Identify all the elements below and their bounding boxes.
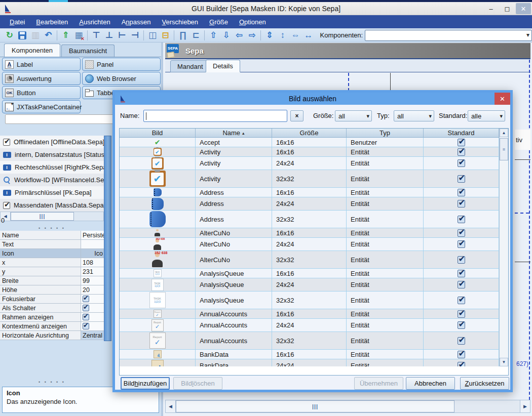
type-filter-select[interactable]: all ▾ xyxy=(394,110,434,121)
checkbox-checked-icon[interactable] xyxy=(83,323,89,329)
table-row[interactable]: ✔Accept16x16Benutzer xyxy=(120,138,508,147)
column-header-standard[interactable]: Standard xyxy=(424,129,499,137)
table-row[interactable]: Address16x16Entität xyxy=(120,188,508,197)
dialog-titlebar[interactable]: Bild auswählen ✕ xyxy=(115,93,510,105)
property-value[interactable] xyxy=(81,240,104,248)
palette-button-auswertung[interactable]: Auswertung xyxy=(2,72,81,85)
property-value[interactable]: 231 xyxy=(81,267,104,276)
tab-komponenten[interactable]: Komponenten xyxy=(4,44,60,57)
table-row[interactable]: ✔Activity24x24Entität xyxy=(120,157,508,170)
menu-item-optionen[interactable]: Optionen xyxy=(235,17,271,27)
resize-shorter-icon[interactable]: ↕ xyxy=(276,29,289,41)
standard-checkbox-checked[interactable] xyxy=(458,200,465,207)
checkbox-checked-icon[interactable] xyxy=(83,314,89,320)
standard-checkbox-checked[interactable] xyxy=(458,256,465,264)
standard-checkbox-checked[interactable] xyxy=(458,270,465,277)
standard-checkbox-checked[interactable] xyxy=(458,216,465,223)
column-header-größe[interactable]: Größe xyxy=(272,129,347,137)
list-item[interactable]: Massendaten [MassData.Sepa] xyxy=(0,199,104,212)
scroll-thumb[interactable]: ≡ xyxy=(500,138,508,160)
standard-checkbox-checked[interactable] xyxy=(458,240,465,248)
property-value[interactable]: 99 xyxy=(81,276,104,285)
distribute-horizontal-icon[interactable]: ◫ xyxy=(146,29,159,41)
list-item[interactable]: Rechteschlüssel [RightPk.Sepa] xyxy=(0,161,104,174)
splitter-handle[interactable]: • • • • • xyxy=(0,380,104,385)
align-bottom-icon[interactable]: ⊥ xyxy=(103,29,116,41)
move-down-icon[interactable]: ⇩ xyxy=(220,29,233,41)
standard-checkbox-checked[interactable] xyxy=(458,321,465,329)
scroll-thumb[interactable]: ||| xyxy=(176,400,454,412)
property-value[interactable]: 108 xyxy=(81,258,104,267)
tab-baumansicht[interactable]: Baumansicht xyxy=(61,45,115,57)
menu-item-anpassen[interactable]: Anpassen xyxy=(117,17,156,27)
list-item[interactable]: Offlinedaten [OfflineData.Sepa] xyxy=(0,136,104,148)
clear-filter-button[interactable]: × xyxy=(290,110,303,121)
name-filter-input[interactable] xyxy=(143,110,287,122)
copy-icon[interactable]: ▥ xyxy=(29,29,42,41)
table-row[interactable]: Report✓AnnualAccounts16x16Entität xyxy=(120,309,508,319)
table-row[interactable]: TASK1|2|3AnalysisQueue24x24Entität xyxy=(120,278,508,292)
standard-checkbox-checked[interactable] xyxy=(458,139,465,146)
palette-button-button[interactable]: OKButton xyxy=(2,86,81,99)
standard-checkbox-checked[interactable] xyxy=(458,189,465,196)
splitter-handle[interactable]: • • • • • xyxy=(0,226,104,231)
table-row[interactable]: 352 638AlterCuNo24x24Entität xyxy=(120,238,508,251)
maximize-button[interactable]: ◻ xyxy=(500,3,515,14)
standard-checkbox-checked[interactable] xyxy=(458,337,465,345)
save-icon[interactable] xyxy=(16,29,29,41)
checkbox-checked-icon[interactable] xyxy=(83,296,89,302)
tab-details[interactable]: Details xyxy=(206,60,240,72)
standard-checkbox-checked[interactable] xyxy=(458,281,465,288)
column-header-name[interactable]: Name▴ xyxy=(196,129,272,137)
minimize-button[interactable]: – xyxy=(483,3,499,14)
property-value[interactable]: Ico xyxy=(81,249,104,258)
standard-checkbox-checked[interactable] xyxy=(458,159,465,167)
property-value[interactable]: Zentral xyxy=(81,331,104,340)
menu-item-bearbeiten[interactable]: Bearbeiten xyxy=(31,17,72,27)
list-item[interactable]: Primärschlüssel [Pk.Sepa] xyxy=(0,186,104,199)
standard-checkbox-checked[interactable] xyxy=(458,362,465,366)
align-left-icon[interactable]: ⊢ xyxy=(116,29,129,41)
table-row[interactable]: Report✓AnnualAccounts24x24Entität xyxy=(120,319,508,332)
checkbox-checked-icon[interactable] xyxy=(83,305,89,311)
align-right-icon[interactable]: ⊣ xyxy=(129,29,142,41)
standard-checkbox-checked[interactable] xyxy=(458,297,465,304)
resize-narrower-icon[interactable]: ↔ xyxy=(302,29,315,41)
order-icon[interactable]: ⇑ xyxy=(59,29,72,41)
property-value[interactable] xyxy=(81,322,104,330)
table-row[interactable]: 352 638AlterCuNo32x32Entität xyxy=(120,251,508,269)
scroll-left-icon[interactable]: ◀ xyxy=(166,400,176,412)
add-image-button[interactable]: Bild hinzufügen xyxy=(121,377,170,390)
move-left-icon[interactable]: ⇦ xyxy=(233,29,246,41)
property-value[interactable] xyxy=(81,313,104,321)
resize-taller-icon[interactable]: ⇕ xyxy=(263,29,276,41)
distribute-vertical-icon[interactable]: ⊟ xyxy=(159,29,172,41)
palette-button-jxtaskpanecontainer[interactable]: JXTaskPaneContainer xyxy=(2,100,81,113)
panel-scrollbar[interactable] xyxy=(104,136,111,341)
move-right-icon[interactable]: ⇨ xyxy=(246,29,259,41)
tab-mandant[interactable]: Mandant xyxy=(170,60,210,72)
scroll-right-icon[interactable]: ▶ xyxy=(520,400,530,412)
dialog-close-button[interactable]: ✕ xyxy=(495,93,510,105)
property-value[interactable] xyxy=(81,304,104,312)
table-row[interactable]: Address24x24Entität xyxy=(120,197,508,211)
column-header-typ[interactable]: Typ xyxy=(347,129,424,137)
scroll-down-icon[interactable]: ▼ xyxy=(500,358,508,366)
palette-button-web-browser[interactable]: Web Browser xyxy=(82,72,161,85)
menu-item-ausrichten[interactable]: Ausrichten xyxy=(74,17,115,27)
standard-checkbox-checked[interactable] xyxy=(458,351,465,358)
table-row[interactable]: ✔Activity16x16Entität xyxy=(120,147,508,157)
menu-item-größe[interactable]: Größe xyxy=(205,17,233,27)
align-top-icon[interactable]: ⊤ xyxy=(90,29,103,41)
table-row[interactable]: ✔Activity32x32Entität xyxy=(120,170,508,188)
list-item[interactable]: intern, Datensatzstatus [Status.Sepa xyxy=(0,148,104,161)
refresh-icon[interactable]: ↻ xyxy=(3,29,16,41)
menu-item-verschieben[interactable]: Verschieben xyxy=(158,17,203,27)
standard-filter-select[interactable]: alle ▾ xyxy=(468,110,505,121)
column-header-bild[interactable]: Bild xyxy=(120,129,196,137)
table-row[interactable]: BankData16x16Entität xyxy=(120,350,508,359)
table-row[interactable]: Report✓AnnualAccounts32x32Entität xyxy=(120,332,508,350)
palette-button-label[interactable]: ALabel xyxy=(2,58,81,71)
delete-component-icon[interactable]: ▦ xyxy=(72,29,86,41)
size-filter-select[interactable]: all ▾ xyxy=(335,110,372,121)
